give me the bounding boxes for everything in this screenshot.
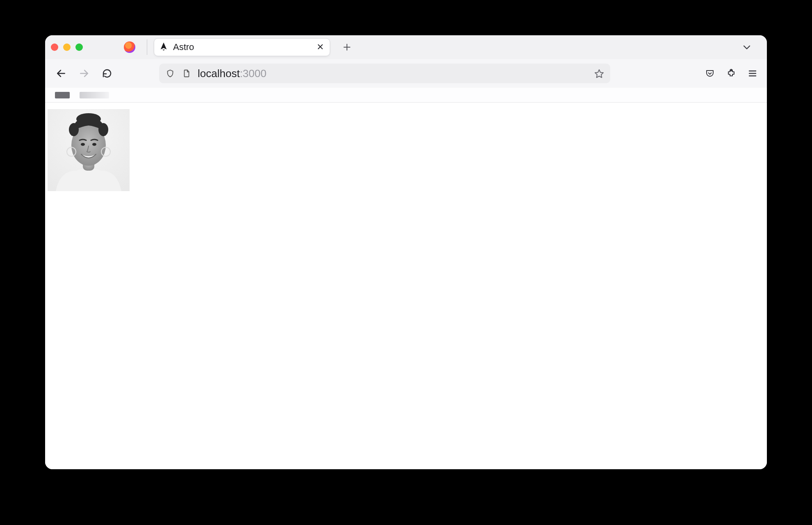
titlebar: Astro <box>45 35 767 59</box>
bookmarks-toolbar <box>45 88 767 103</box>
url-port: :3000 <box>240 67 267 80</box>
bookmarks-placeholder <box>80 92 109 98</box>
new-tab-button[interactable] <box>340 40 354 54</box>
page-info-icon[interactable] <box>181 68 192 79</box>
tab-separator <box>147 39 147 55</box>
astro-favicon-icon <box>159 43 168 52</box>
pocket-icon[interactable] <box>704 67 716 80</box>
url-text[interactable]: localhost:3000 <box>198 67 588 80</box>
svg-point-16 <box>92 143 96 146</box>
url-host: localhost <box>198 67 240 80</box>
extensions-icon[interactable] <box>725 67 737 80</box>
page-content <box>45 103 767 469</box>
window-close-button[interactable] <box>51 43 58 51</box>
browser-tab-active[interactable]: Astro <box>154 38 330 56</box>
tab-title: Astro <box>173 42 311 52</box>
window-zoom-button[interactable] <box>75 43 83 51</box>
portrait-image <box>48 109 130 191</box>
tab-close-button[interactable] <box>316 42 325 52</box>
firefox-icon <box>124 41 135 53</box>
browser-window: Astro <box>45 35 767 469</box>
svg-point-12 <box>76 113 101 125</box>
shield-icon[interactable] <box>165 68 176 79</box>
navigation-toolbar: localhost:3000 <box>45 59 767 88</box>
reload-button[interactable] <box>99 66 115 81</box>
back-button[interactable] <box>53 66 69 81</box>
svg-point-11 <box>98 123 108 136</box>
tab-list-button[interactable] <box>741 41 753 53</box>
window-minimize-button[interactable] <box>63 43 71 51</box>
bookmark-star-icon[interactable] <box>594 68 604 79</box>
svg-point-10 <box>69 123 79 136</box>
svg-marker-2 <box>595 70 603 78</box>
hamburger-menu-icon[interactable] <box>746 67 759 80</box>
svg-point-15 <box>81 143 85 146</box>
bookmarks-placeholder <box>55 92 70 98</box>
forward-button[interactable] <box>76 66 92 81</box>
url-bar[interactable]: localhost:3000 <box>159 64 610 83</box>
window-controls <box>51 43 83 51</box>
